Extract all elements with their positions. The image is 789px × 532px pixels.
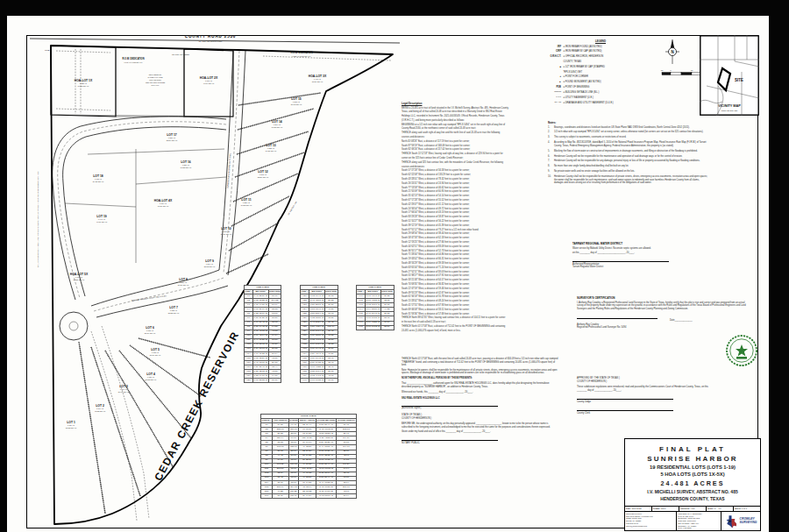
owner-info-line: aaron@snjholdings.com: [626, 525, 675, 528]
owner-company: SNJ REAL ESTATE HOLDINGS LLC: [402, 397, 559, 401]
line-table-1: LINE TABLE LINE #BEARINGDISTANCE L1S 43°…: [244, 285, 281, 383]
lot-area-label: 24,568 SQ. FT.: [272, 126, 283, 129]
notes-title: Notes:: [548, 121, 708, 124]
owner-given: Given under my hand and seal of office t…: [402, 430, 559, 434]
approval-section: APPROVED BY: THE STATE OF TEXAS ) COUNTY…: [577, 377, 710, 415]
road-ew-centerline: [94, 278, 224, 311]
west-adjoiner-label: CALLED 4.18 ACRES — JOSHUA G. FARRIS AND…: [37, 171, 39, 267]
residential-lots-line: 19 RESIDENTIAL LOTS (LOTS 1-19): [625, 465, 760, 470]
row-dedication-label-2: R.O.W. DEDICATION: [290, 51, 312, 54]
note-item: 4.According to Map No. 48213C0370E, date…: [548, 141, 708, 147]
crowley-logo-cell: ★ CROWLEY SURVEYING: [721, 512, 760, 530]
note-item: 3.This survey is subject to easements, c…: [548, 136, 708, 139]
surveyor-signature-line: [577, 318, 658, 323]
title-block: FINAL PLAT SUNRISE HARBOR 19 RESIDENTIAL…: [624, 438, 761, 531]
notary-public-line: NOTARY PUBLIC: [402, 440, 498, 444]
sheet-label: Sheet:: [735, 507, 741, 510]
lot-area-label: 18,154 SQ. FT.: [312, 81, 323, 83]
approval-line1: APPROVED BY: THE STATE OF TEXAS ): [577, 377, 710, 380]
lot-area-label: 23,854 SQ. FT.: [258, 176, 269, 179]
lot-area-label: 31,363 SQ. FT.: [146, 379, 157, 381]
subdivision-name: SUNRISE HARBOR: [625, 455, 760, 463]
drawn-label: Drawn:: [653, 507, 660, 510]
surveyor-info-line: (940) 442-7875: [678, 527, 720, 529]
water-district-date-line: on this ________ day of ________________…: [572, 252, 706, 255]
table-row: L48N 01°17′02″ E52.24′: [357, 325, 394, 330]
owner-signature-line: (Authorized Signer): [402, 406, 498, 410]
table-cell: N 62°58′16″ E: [316, 494, 337, 499]
road-ew-north-edge: [91, 270, 219, 306]
lot-area-label: 26,045 SQ. FT.: [291, 103, 302, 106]
checked-value: ARC: [690, 507, 694, 510]
owner-developer-cell: Owner/Developer:SNJ Real Estate Holdings…: [625, 512, 676, 530]
surveyor-cert-title: SURVEYOR’S CERTIFICATION: [577, 296, 749, 300]
note-item: 10.Henderson County shall not be respons…: [548, 175, 708, 185]
county-judge-line: County Judge: [577, 399, 673, 403]
water-district-sig2: Tarrant Regional Water District: [572, 266, 669, 269]
vicinity-map: SITE VICINITY MAP (NOT TO SCALE): [700, 35, 759, 116]
surveyor-seal-icon: [724, 333, 759, 368]
texas-logo-icon: ★: [725, 514, 738, 528]
road-ns-west-edge: [219, 51, 233, 270]
scale-num: 60: [691, 69, 693, 72]
legend-title: LEGEND: [544, 39, 658, 43]
table-row: L20S 60°28′52″ E81.31′: [245, 379, 281, 383]
table-cell: 52.24′: [380, 325, 394, 330]
lot-area-label: 31,069 SQ. FT.: [150, 354, 161, 357]
screenshot-root: { "colors":{"background":"#050505","pape…: [0, 0, 789, 532]
lot-area-label: 75,083 SQ. FT.: [66, 427, 77, 429]
note-item: 2.1/2 inch rebar with cap stamped “RPLS …: [548, 131, 708, 134]
county-state-line: HENDERSON COUNTY, TEXAS: [625, 496, 760, 501]
county-road-sublabel: (BY USE AND OCCUPATION): [199, 40, 223, 42]
north-arrow-icon: N: [663, 39, 682, 65]
vicinity-site-label: SITE: [735, 78, 743, 82]
lot-area-label: 24,203 SQ. FT.: [241, 204, 252, 207]
note-item: 9.No private water wells and no onsite s…: [548, 170, 708, 174]
water-district-signature: Authorized Representative Tarrant Region…: [572, 261, 669, 269]
adjoiner-parcel-line1: REMAINDER OF: [149, 74, 162, 75]
surveyor-date-label: Date______________: [670, 318, 693, 323]
survey-abstract-line: I.V. MICHELLI SURVEY, ABSTRACT NO. 485: [625, 489, 760, 494]
table-cell: S 60°28′52″ E: [252, 379, 268, 383]
lot-area-label: 54,803 SQ. FT.: [78, 85, 89, 88]
row-dedication-label-1: R.O.W. DEDICATION: [122, 57, 144, 60]
hoa-lots-line: 5 HOA LOTS (LOTS 1X-5X): [625, 472, 760, 477]
vicinity-subtitle: (NOT TO SCALE): [721, 110, 738, 112]
surveyor-certification: SURVEYOR’S CERTIFICATION I, Anthony Ray …: [577, 296, 749, 330]
scale-num: 0: [670, 69, 672, 72]
table-cell: L20: [245, 379, 253, 383]
lot-area-label: 28,385 SQ. FT.: [168, 312, 180, 315]
curve-table: CURVE TABLE CURVE #ARC LENGTHRADIUSDELTA…: [260, 414, 357, 499]
scale-label: Scale:: [707, 507, 714, 510]
pob-label: P.O.B.: [45, 49, 50, 51]
plat-sheet: COUNTY ROAD 2530 (BY USE AND OCCUPATION)…: [7, 16, 769, 532]
surveyor-cert-body: I, Anthony Ray Crowley, a Registered Pro…: [577, 301, 749, 311]
title-block-bottom-row: Owner/Developer:SNJ Real Estate Holdings…: [625, 511, 760, 530]
lot-area-label: 52,227 SQ. FT.: [74, 279, 85, 281]
water-district-section: TARRANT REGIONAL WATER DISTRICT Water se…: [572, 242, 706, 269]
lot-area-label: 24,027 SQ. FT.: [266, 150, 277, 153]
legal-description-title: Legal Description: [402, 102, 549, 105]
plat-type: FINAL PLAT: [625, 445, 760, 453]
owner-county: COUNTY OF HENDERSON ): [402, 417, 559, 421]
date-label: Date:: [626, 507, 631, 510]
county-road-label: COUNTY ROAD 2530: [185, 35, 236, 39]
approval-body: These subdivision regulations were intro…: [577, 386, 710, 392]
adjoiner-parcel-line2: CALLED 1.00 ACRE: [147, 76, 163, 78]
lot-area-label: 40,989 SQ. FT.: [96, 221, 108, 223]
acreage-line: 24.481 ACRES: [625, 479, 760, 487]
drainage-easement: [91, 326, 149, 521]
owner-state: STATE OF TEXAS ): [402, 414, 559, 417]
table-cell: L48: [357, 325, 366, 330]
adjoiner-parcel-line4: INST. NO. 2010-00011223: [146, 82, 165, 83]
line-table-2: LINE TABLE LINE #BEARINGDISTANCE L21S 72…: [300, 285, 338, 383]
table-cell: 58.36′: [272, 494, 288, 499]
checked-label: Checked:: [680, 507, 690, 510]
reservoir-label: CEDAR CREEK RESERVOIR: [152, 329, 241, 482]
scale-num: 60: [661, 69, 664, 72]
county-clerk-line: County Clerk: [577, 410, 673, 415]
vicinity-title: VICINITY MAP: [718, 104, 741, 108]
legend: LEGEND IRF= IRON REBAR FOUND (AS NOTED)C…: [544, 39, 658, 105]
interior-lot-lines: [65, 149, 226, 263]
svg-text:★: ★: [728, 519, 731, 523]
